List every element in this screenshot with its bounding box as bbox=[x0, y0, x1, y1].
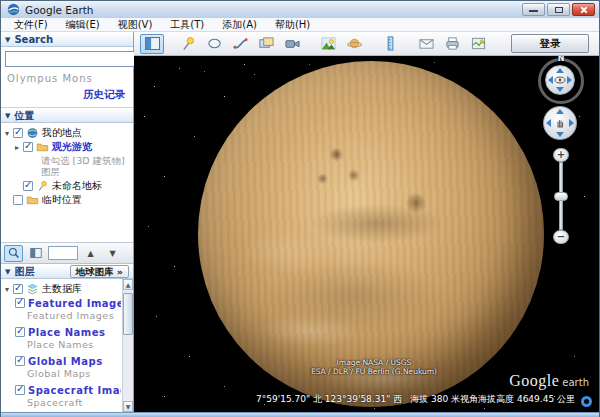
tour-label[interactable]: 观光游览 bbox=[52, 140, 92, 154]
places-tree: ▾ 我的地点 ▸ 观光游览 请勾选 [3D 建筑物] 图层 bbox=[1, 123, 133, 242]
toggle-panel-button[interactable] bbox=[26, 245, 45, 262]
menu-add[interactable]: 添加(A) bbox=[213, 18, 266, 32]
north-indicator[interactable]: N bbox=[558, 56, 565, 63]
places-filter-input[interactable] bbox=[48, 246, 78, 260]
show-ruler-button[interactable] bbox=[378, 34, 402, 54]
magnifier-icon bbox=[8, 247, 20, 259]
layers-tree: ▾ 主数据库 Featured Images Featured Imag bbox=[1, 279, 133, 412]
search-input[interactable] bbox=[5, 51, 143, 67]
spacecraft-imagery-checkbox[interactable] bbox=[15, 385, 25, 395]
add-path-button[interactable] bbox=[228, 34, 252, 54]
zoom-in-button[interactable] bbox=[553, 148, 569, 162]
search-history-link[interactable]: 历史记录 bbox=[5, 84, 129, 105]
places-footer-toolbar: ▲ ▼ bbox=[1, 242, 133, 264]
featured-images-checkbox[interactable] bbox=[15, 298, 25, 308]
temporary-places-checkbox[interactable] bbox=[13, 195, 23, 205]
placemark-label[interactable]: 未命名地标 bbox=[52, 179, 102, 193]
email-button[interactable] bbox=[414, 34, 438, 54]
switch-planet-button[interactable] bbox=[342, 34, 366, 54]
layer-row-place-names[interactable]: Place Names bbox=[5, 325, 121, 339]
look-left-arrow-icon[interactable] bbox=[548, 76, 553, 84]
tree-item-primary-database[interactable]: ▾ 主数据库 bbox=[5, 282, 121, 296]
primary-database-checkbox[interactable] bbox=[13, 284, 23, 294]
zoom-out-button[interactable] bbox=[553, 230, 569, 244]
record-tour-button[interactable] bbox=[280, 34, 304, 54]
temporary-places-label[interactable]: 临时位置 bbox=[42, 193, 82, 207]
show-sunlight-button[interactable] bbox=[316, 34, 340, 54]
menu-file[interactable]: 文件(F) bbox=[5, 18, 57, 32]
previous-result-button[interactable]: ▲ bbox=[81, 245, 100, 262]
print-button[interactable] bbox=[440, 34, 464, 54]
places-panel-header[interactable]: 位置 bbox=[1, 108, 133, 123]
spacecraft-imagery-label[interactable]: Spacecraft Imagery bbox=[28, 385, 121, 396]
look-down-arrow-icon[interactable] bbox=[556, 87, 564, 92]
move-joystick[interactable] bbox=[543, 106, 577, 140]
move-down-arrow-icon[interactable] bbox=[556, 132, 564, 137]
menu-view[interactable]: 视图(V) bbox=[109, 18, 162, 32]
scrollbar-thumb[interactable] bbox=[123, 293, 133, 335]
look-joystick[interactable] bbox=[545, 65, 575, 95]
earth-gallery-button[interactable]: 地球图库 » bbox=[70, 265, 129, 278]
tree-item-temporary-places[interactable]: 临时位置 bbox=[5, 193, 131, 207]
elevation-readout: 海拔 380 米 bbox=[410, 394, 460, 404]
search-places-button[interactable] bbox=[4, 245, 23, 262]
status-coordinates: 7°59'15.70" 北 123°39'58.31" 西海拔 380 米 bbox=[256, 393, 468, 406]
imagery-attribution: Image NASA / USGS ESA / DLR / FU Berlin … bbox=[264, 358, 484, 376]
placemark-checkbox[interactable] bbox=[23, 181, 33, 191]
login-button[interactable]: 登录 bbox=[511, 34, 589, 53]
panel-icon bbox=[30, 247, 42, 259]
look-up-arrow-icon[interactable] bbox=[556, 68, 564, 73]
layer-row-global-maps[interactable]: Global Maps bbox=[5, 354, 121, 368]
view-in-maps-button[interactable] bbox=[466, 34, 490, 54]
global-maps-label[interactable]: Global Maps bbox=[28, 356, 103, 367]
menu-help[interactable]: 帮助(H) bbox=[266, 18, 319, 32]
planet-icon bbox=[347, 36, 362, 51]
close-button[interactable] bbox=[572, 3, 595, 16]
zoom-handle[interactable] bbox=[554, 192, 568, 201]
layers-scrollbar[interactable]: ▲ ▼ bbox=[122, 279, 133, 412]
search-panel-header[interactable]: Search bbox=[1, 32, 133, 47]
tour-checkbox[interactable] bbox=[23, 142, 33, 152]
featured-images-label[interactable]: Featured Images bbox=[28, 298, 121, 309]
primary-database-label[interactable]: 主数据库 bbox=[42, 282, 82, 296]
featured-images-subtitle: Featured Images bbox=[5, 310, 121, 325]
earth-viewport[interactable]: Image NASA / USGS ESA / DLR / FU Berlin … bbox=[134, 56, 599, 412]
move-right-arrow-icon[interactable] bbox=[569, 119, 574, 127]
mars-globe[interactable] bbox=[198, 61, 544, 407]
menu-tools[interactable]: 工具(T) bbox=[161, 18, 213, 32]
expand-arrow-icon[interactable]: ▾ bbox=[5, 129, 13, 138]
layers-panel-header[interactable]: 图层 地球图库 » bbox=[1, 264, 133, 279]
add-polygon-button[interactable] bbox=[202, 34, 226, 54]
my-places-label[interactable]: 我的地点 bbox=[42, 126, 82, 140]
layer-row-featured-images[interactable]: Featured Images bbox=[5, 296, 121, 310]
layer-row-spacecraft-imagery[interactable]: Spacecraft Imagery bbox=[5, 383, 121, 397]
search-recent-item[interactable]: Olympus Mons bbox=[5, 68, 129, 84]
global-maps-checkbox[interactable] bbox=[15, 356, 25, 366]
sidebar-toggle-icon bbox=[145, 37, 160, 50]
my-places-checkbox[interactable] bbox=[13, 128, 23, 138]
move-up-arrow-icon[interactable] bbox=[556, 109, 564, 114]
menu-edit[interactable]: 编辑(E) bbox=[57, 18, 109, 32]
scroll-down-button[interactable]: ▼ bbox=[123, 401, 133, 412]
tree-item-unnamed-placemark[interactable]: 未命名地标 bbox=[5, 179, 131, 193]
collapse-arrow-icon[interactable]: ▸ bbox=[15, 143, 23, 152]
zoom-slider[interactable] bbox=[553, 148, 569, 244]
look-ring[interactable]: N bbox=[538, 58, 584, 104]
scroll-up-button[interactable]: ▲ bbox=[123, 279, 133, 290]
maximize-button[interactable] bbox=[547, 3, 570, 16]
look-right-arrow-icon[interactable] bbox=[567, 76, 572, 84]
google-earth-watermark: Googleearth bbox=[509, 372, 589, 390]
place-names-label[interactable]: Place Names bbox=[28, 327, 105, 338]
expand-arrow-icon[interactable]: ▾ bbox=[5, 285, 13, 294]
place-names-checkbox[interactable] bbox=[15, 327, 25, 337]
next-result-button[interactable]: ▼ bbox=[103, 245, 122, 262]
tree-item-sightseeing-tour[interactable]: ▸ 观光游览 bbox=[5, 140, 131, 154]
eye-icon bbox=[554, 76, 566, 84]
sidebar-toggle-button[interactable] bbox=[140, 34, 164, 54]
title-bar: Google Earth bbox=[1, 1, 599, 18]
add-placemark-button[interactable] bbox=[176, 34, 200, 54]
move-left-arrow-icon[interactable] bbox=[546, 119, 551, 127]
tree-item-my-places[interactable]: ▾ 我的地点 bbox=[5, 126, 131, 140]
minimize-button[interactable] bbox=[522, 3, 545, 16]
add-image-overlay-button[interactable] bbox=[254, 34, 278, 54]
